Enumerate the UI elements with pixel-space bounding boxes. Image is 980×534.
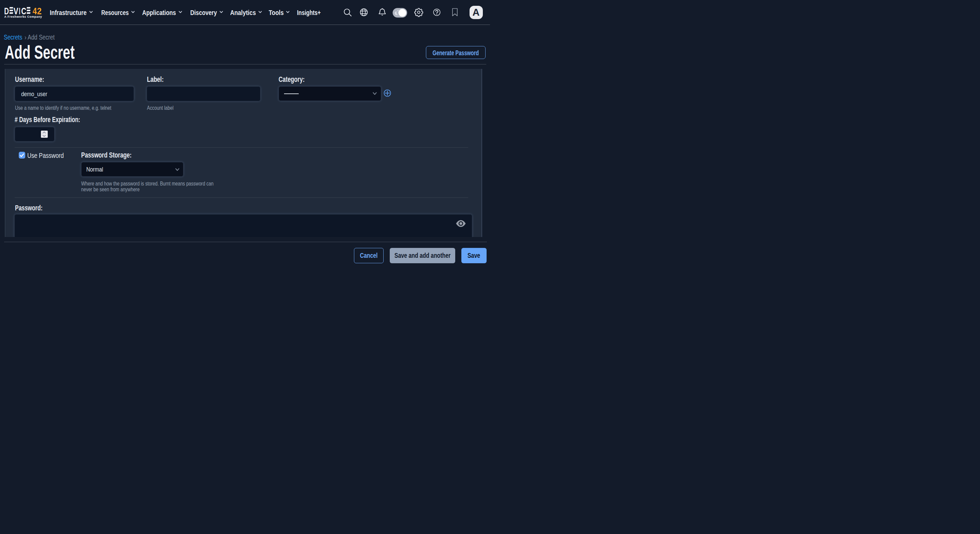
svg-text:4: 4 [33,5,37,16]
svg-text:C: C [21,5,26,16]
svg-text:V: V [14,5,18,16]
svg-text:A Freshworks Company: A Freshworks Company [5,15,42,18]
svg-text:2: 2 [37,5,41,16]
svg-text:I: I [19,5,21,16]
svg-text:D: D [4,5,9,16]
